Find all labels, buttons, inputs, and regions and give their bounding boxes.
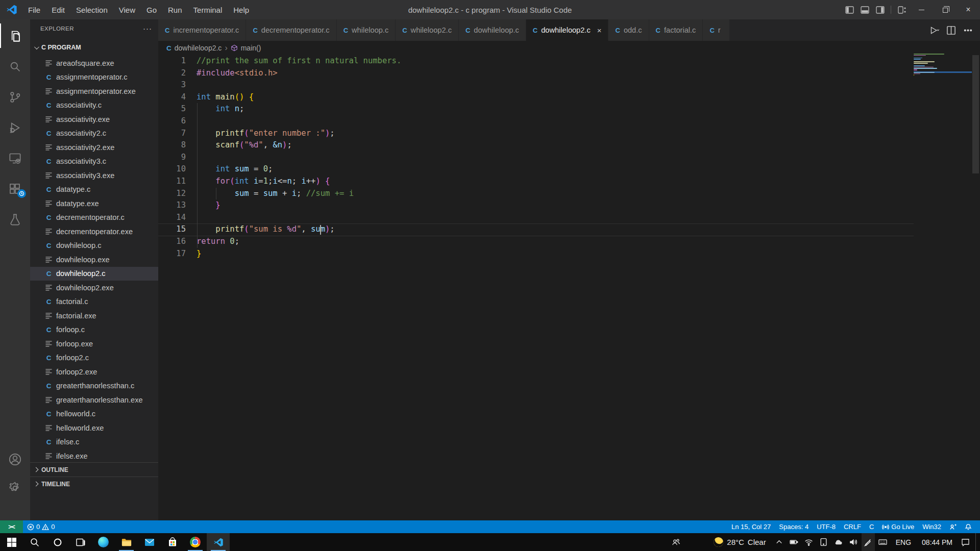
clock[interactable]: 08:44 PM	[917, 538, 957, 546]
run-debug-icon[interactable]	[0, 115, 30, 140]
code-line-15[interactable]: 15 printf("sum is %d", sum);	[158, 223, 980, 236]
code-line-11[interactable]: 11 for(int i=1;i<=n; i++) {	[158, 176, 980, 188]
file-item-dowhileloop.exe[interactable]: dowhileloop.exe	[30, 253, 158, 267]
minimize-button[interactable]	[910, 0, 933, 19]
file-item-dowhileloop.c[interactable]: Cdowhileloop.c	[30, 239, 158, 253]
explorer-more-actions-icon[interactable]: ···	[143, 24, 152, 33]
onedrive-cloud-icon[interactable]	[832, 533, 845, 551]
menu-selection[interactable]: Selection	[70, 0, 113, 19]
close-tab-icon[interactable]: ×	[597, 26, 602, 35]
tab-dowhileloop.c[interactable]: Cdowhileloop.c	[459, 19, 526, 41]
code-line-10[interactable]: 10 int sum = 0;	[158, 163, 980, 176]
mail-icon[interactable]	[138, 533, 161, 551]
toggle-secondary-sidebar-icon[interactable]	[872, 0, 888, 19]
toggle-sidebar-icon[interactable]	[842, 0, 857, 19]
account-icon[interactable]	[0, 447, 30, 471]
code-line-16[interactable]: 16return 0;	[158, 236, 980, 248]
code-line-14[interactable]: 14	[158, 212, 980, 224]
tab-whileloop.c[interactable]: Cwhileloop.c	[337, 19, 396, 41]
microsoft-store-icon[interactable]	[161, 533, 184, 551]
outline-section[interactable]: OUTLINE	[30, 462, 158, 477]
code-line-12[interactable]: 12 sum = sum + i; //sum += i	[158, 188, 980, 200]
code-line-13[interactable]: 13 }	[158, 199, 980, 212]
code-line-7[interactable]: 7 printf("enter number :");	[158, 128, 980, 140]
tab-incrementoperator.c[interactable]: Cincrementoperator.c	[158, 19, 246, 41]
code-line-2[interactable]: 2#include<stdio.h>	[158, 67, 980, 80]
file-item-ifelse.exe[interactable]: ifelse.exe	[30, 449, 158, 460]
file-item-decrementoperator.c[interactable]: Cdecrementoperator.c	[30, 211, 158, 225]
code-line-3[interactable]: 3	[158, 79, 980, 91]
menu-edit[interactable]: Edit	[46, 0, 70, 19]
file-item-forloop.exe[interactable]: forloop.exe	[30, 337, 158, 351]
touch-keyboard-icon[interactable]	[876, 533, 890, 551]
more-actions-icon[interactable]	[963, 26, 973, 35]
split-editor-icon[interactable]	[946, 26, 956, 35]
file-item-associativity2.c[interactable]: Cassociativity2.c	[30, 127, 158, 141]
restore-button[interactable]	[933, 0, 957, 19]
code-line-17[interactable]: 17}	[158, 248, 980, 260]
file-item-greaterthanorlessthan.c[interactable]: Cgreaterthanorlessthan.c	[30, 379, 158, 393]
chrome-icon[interactable]	[184, 533, 207, 551]
file-item-helloworld.exe[interactable]: helloworld.exe	[30, 421, 158, 435]
breadcrumb-file[interactable]: dowhileloop2.c	[175, 44, 222, 52]
file-explorer-icon[interactable]	[115, 533, 138, 551]
remote-indicator[interactable]: ><	[0, 520, 23, 533]
close-button[interactable]: ×	[957, 0, 980, 19]
search-icon[interactable]	[0, 54, 30, 79]
wifi-icon[interactable]	[802, 533, 816, 551]
notifications-bell-icon[interactable]	[961, 520, 976, 533]
file-item-factorial.exe[interactable]: factorial.exe	[30, 309, 158, 323]
minimap[interactable]	[914, 54, 972, 84]
windows-ink-pen-icon[interactable]	[862, 533, 875, 551]
file-item-associativity3.exe[interactable]: associativity3.exe	[30, 168, 158, 183]
toggle-panel-icon[interactable]	[857, 0, 872, 19]
file-item-ifelse.c[interactable]: Cifelse.c	[30, 435, 158, 449]
file-item-forloop2.exe[interactable]: forloop2.exe	[30, 365, 158, 379]
file-item-associativity.c[interactable]: Cassociativity.c	[30, 98, 158, 113]
menu-go[interactable]: Go	[141, 0, 162, 19]
feedback-icon[interactable]	[945, 520, 961, 533]
code-line-1[interactable]: 1//print the sum of first n natural numb…	[158, 55, 980, 67]
volume-icon[interactable]	[847, 533, 860, 551]
code-line-4[interactable]: 4int main() {	[158, 91, 980, 104]
file-item-assignmentoperator.exe[interactable]: assignmentoperator.exe	[30, 84, 158, 98]
settings-gear-icon[interactable]	[0, 475, 30, 500]
encoding[interactable]: UTF-8	[813, 520, 840, 533]
your-phone-icon[interactable]	[817, 533, 830, 551]
tab-odd.c[interactable]: Codd.c	[608, 19, 648, 41]
menu-terminal[interactable]: Terminal	[188, 0, 228, 19]
file-item-assignmentoperator.c[interactable]: Cassignmentoperator.c	[30, 70, 158, 85]
taskbar-search-icon[interactable]	[23, 533, 46, 551]
file-item-datatype.c[interactable]: Cdatatype.c	[30, 183, 158, 197]
menu-run[interactable]: Run	[162, 0, 188, 19]
file-item-areaofsquare.exe[interactable]: areaofsquare.exe	[30, 56, 158, 70]
file-item-associativity3.c[interactable]: Cassociativity3.c	[30, 155, 158, 169]
tab-r[interactable]: Cr	[703, 19, 729, 41]
platform-indicator[interactable]: Win32	[918, 520, 945, 533]
go-live-button[interactable]: Go Live	[878, 520, 918, 533]
file-item-helloworld.c[interactable]: Chelloworld.c	[30, 407, 158, 421]
problems-indicator[interactable]: 0 0	[23, 520, 59, 533]
vscode-taskbar-icon[interactable]	[207, 533, 230, 551]
tab-decrementoperator.c[interactable]: Cdecrementoperator.c	[246, 19, 336, 41]
folder-section-c-program[interactable]: C PROGRAM	[30, 41, 158, 54]
breadcrumb-symbol[interactable]: main()	[241, 44, 261, 52]
tab-factorial.c[interactable]: Cfactorial.c	[649, 19, 703, 41]
code-line-9[interactable]: 9	[158, 152, 980, 164]
menu-file[interactable]: File	[22, 0, 46, 19]
file-item-associativity.exe[interactable]: associativity.exe	[30, 112, 158, 127]
menu-view[interactable]: View	[113, 0, 141, 19]
input-language[interactable]: ENG	[891, 538, 916, 546]
file-item-forloop.c[interactable]: Cforloop.c	[30, 323, 158, 337]
timeline-section[interactable]: TIMELINE	[30, 477, 158, 491]
customize-layout-icon[interactable]	[894, 0, 910, 19]
language-mode[interactable]: C	[865, 520, 878, 533]
code-line-8[interactable]: 8 scanf("%d", &n);	[158, 139, 980, 152]
file-item-datatype.exe[interactable]: datatype.exe	[30, 196, 158, 211]
file-item-associativity2.exe[interactable]: associativity2.exe	[30, 140, 158, 155]
eol-sequence[interactable]: CRLF	[840, 520, 865, 533]
file-item-dowhileloop2.c[interactable]: Cdowhileloop2.c	[30, 267, 158, 281]
weather-widget[interactable]: 28°C Clear	[714, 537, 771, 547]
file-item-decrementoperator.exe[interactable]: decrementoperator.exe	[30, 224, 158, 239]
cortana-icon[interactable]	[46, 533, 69, 551]
